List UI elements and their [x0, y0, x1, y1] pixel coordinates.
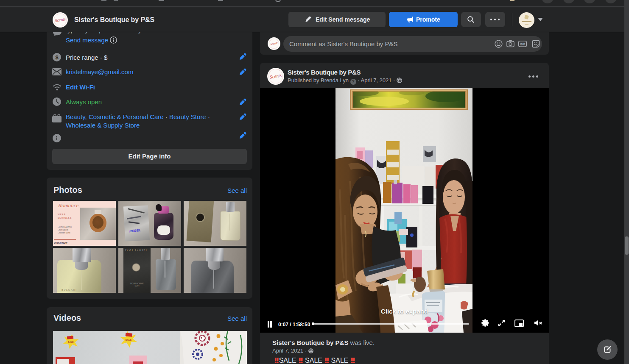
svg-text:$: $ — [55, 54, 59, 61]
svg-text:GIF: GIF — [520, 42, 526, 46]
svg-text:SALE: SALE — [126, 339, 132, 341]
svg-text:SALE: SALE — [68, 341, 74, 343]
